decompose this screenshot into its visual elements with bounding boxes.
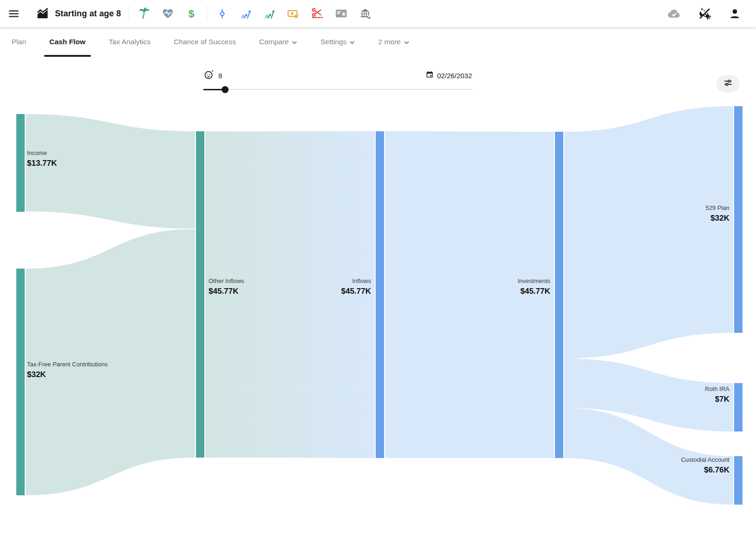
divider bbox=[207, 6, 207, 21]
tab-bar: Plan Cash Flow Tax Analytics Chance of S… bbox=[0, 27, 756, 57]
area-chart-logo-icon bbox=[36, 7, 49, 20]
chevron-down-icon bbox=[292, 41, 297, 44]
node-label-investments: Investments bbox=[518, 277, 551, 284]
tab-cash-flow[interactable]: Cash Flow bbox=[38, 27, 97, 57]
dollar-icon[interactable]: $ bbox=[183, 6, 199, 21]
right-icon-group bbox=[665, 5, 756, 23]
node-value-investments: $45.77K bbox=[520, 287, 551, 296]
tab-label: Settings bbox=[320, 38, 346, 46]
node-value-taxfree: $32K bbox=[27, 370, 46, 379]
slider-track[interactable] bbox=[203, 89, 472, 90]
tab-label: Cash Flow bbox=[49, 38, 86, 46]
node-income bbox=[16, 114, 25, 212]
event-icon-group bbox=[215, 5, 374, 22]
node-value-custodial: $6.76K bbox=[704, 465, 730, 474]
node-label-inflows: Inflows bbox=[352, 277, 371, 284]
app-bar: Starting at age 8 $ bbox=[0, 0, 756, 27]
node-value-plan529: $32K bbox=[710, 214, 729, 223]
divider bbox=[128, 6, 129, 21]
date-value: 02/26/2032 bbox=[437, 72, 472, 80]
node-value-roth: $7K bbox=[715, 395, 730, 404]
app-title: Starting at age 8 bbox=[55, 9, 121, 19]
scenario-icon-group: $ bbox=[136, 6, 199, 22]
calendar-icon bbox=[425, 70, 434, 81]
theme-toggle-icon[interactable] bbox=[696, 5, 714, 22]
chevron-down-icon bbox=[350, 41, 355, 44]
chevron-down-icon bbox=[404, 41, 409, 44]
cloud-done-icon bbox=[665, 5, 683, 23]
tab-settings[interactable]: Settings bbox=[309, 27, 366, 57]
tab-plan[interactable]: Plan bbox=[0, 27, 38, 57]
node-custodial bbox=[734, 456, 742, 505]
tab-label: 2 more bbox=[378, 38, 400, 46]
chart-increase-blue-icon[interactable] bbox=[237, 6, 254, 22]
node-taxfree bbox=[16, 269, 25, 495]
palm-tree-icon[interactable] bbox=[136, 6, 152, 21]
node-plan529 bbox=[734, 106, 742, 333]
age-slider[interactable] bbox=[203, 84, 472, 95]
node-value-income: $13.77K bbox=[27, 159, 57, 168]
node-label-taxfree: Tax-Free Parent Contributions bbox=[27, 361, 108, 368]
tab-tax-analytics[interactable]: Tax Analytics bbox=[97, 27, 162, 57]
tab-label: Plan bbox=[12, 38, 26, 46]
node-value-other_inflows: $45.77K bbox=[209, 287, 239, 296]
certificate-icon[interactable] bbox=[333, 5, 350, 22]
node-label-roth: Roth IRA bbox=[705, 385, 729, 392]
node-other_inflows bbox=[196, 131, 204, 458]
tab-chance-of-success[interactable]: Chance of Success bbox=[162, 27, 248, 57]
node-investments bbox=[555, 132, 563, 458]
child-age-icon bbox=[203, 69, 215, 82]
flow-investments-to-plan529 bbox=[564, 106, 733, 358]
age-value: 8 bbox=[218, 72, 222, 80]
svg-text:$: $ bbox=[188, 7, 194, 20]
tab-compare[interactable]: Compare bbox=[248, 27, 309, 57]
slider-thumb[interactable] bbox=[222, 86, 229, 93]
timeline-control: 8 02/26/2032 bbox=[203, 68, 472, 95]
age-display: 8 bbox=[203, 69, 222, 82]
timeline-node-icon[interactable] bbox=[215, 6, 230, 21]
date-display: 02/26/2032 bbox=[425, 70, 472, 81]
node-label-other_inflows: Other Inflows bbox=[209, 277, 244, 284]
node-label-plan529: 529 Plan bbox=[706, 204, 729, 211]
menu-icon[interactable] bbox=[6, 6, 22, 22]
account-icon[interactable] bbox=[727, 6, 743, 22]
tab-label: Chance of Success bbox=[174, 38, 236, 46]
node-roth bbox=[734, 383, 742, 432]
tab-label: Tax Analytics bbox=[109, 38, 151, 46]
bank-transfer-icon[interactable] bbox=[357, 5, 374, 22]
node-inflows bbox=[376, 131, 384, 458]
node-label-custodial: Custodial Account bbox=[681, 456, 729, 463]
health-pulse-icon[interactable] bbox=[160, 6, 176, 22]
tune-icon bbox=[723, 78, 733, 89]
node-value-inflows: $45.77K bbox=[341, 287, 371, 296]
tab-label: Compare bbox=[259, 38, 289, 46]
node-label-income: Income bbox=[27, 149, 47, 156]
filter-button[interactable] bbox=[716, 75, 740, 92]
chart-increase-green-icon[interactable] bbox=[261, 6, 277, 22]
flow-income-to-other_inflows bbox=[26, 114, 195, 229]
tab-2-more[interactable]: 2 more bbox=[366, 27, 420, 57]
cash-remove-icon[interactable] bbox=[285, 6, 301, 22]
scissors-cut-icon[interactable] bbox=[309, 5, 325, 22]
